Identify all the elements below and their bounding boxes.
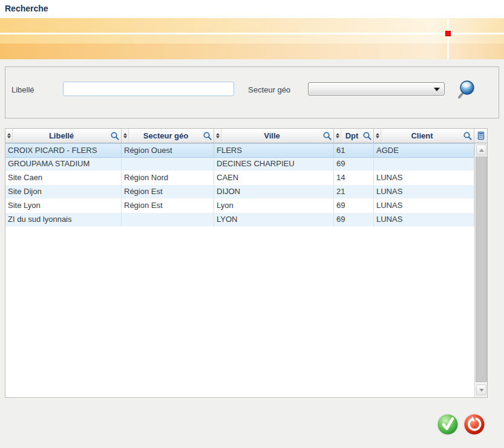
chevron-down-icon: [434, 88, 440, 91]
table-row[interactable]: Site Lyon Région Est Lyon 69 LUNAS: [5, 199, 487, 213]
cell-ville: DIJON: [214, 185, 334, 199]
cell-secteur: [122, 213, 214, 227]
cell-libelle: GROUPAMA STADIUM: [5, 157, 122, 171]
sort-icon[interactable]: [214, 129, 221, 143]
cell-ville: FLERS: [214, 144, 334, 158]
scrollbar-thumb[interactable]: [476, 157, 487, 382]
recherche-dialog: { "window": { "title": "Recherche" }, "f…: [0, 0, 504, 448]
check-icon: [436, 413, 459, 436]
banner: [0, 18, 504, 59]
scroll-up-button[interactable]: [476, 144, 486, 155]
triangle-down-icon: [479, 389, 484, 392]
column-title: Secteur géo: [129, 131, 203, 140]
cell-secteur: Région Est: [122, 199, 214, 213]
results-table: Libellé Secteur géo Ville Dpt: [5, 128, 488, 398]
cell-dpt: 14: [334, 171, 374, 185]
cell-libelle: Site Lyon: [5, 199, 122, 213]
scroll-down-button[interactable]: [476, 385, 486, 395]
table-row[interactable]: CROIX PICARD - FLERS Région Ouest FLERS …: [5, 143, 487, 157]
cell-dpt: 69: [334, 213, 374, 227]
cell-client: LUNAS: [374, 213, 474, 227]
cell-dpt: 21: [334, 185, 374, 199]
cell-client: AGDE: [374, 144, 474, 158]
vertical-scrollbar[interactable]: [474, 143, 487, 397]
table-body: CROIX PICARD - FLERS Région Ouest FLERS …: [5, 143, 487, 227]
sort-icon[interactable]: [5, 129, 13, 143]
banner-band-bottom: [0, 44, 504, 59]
column-filter-icon[interactable]: [463, 131, 473, 141]
sort-icon[interactable]: [122, 129, 129, 143]
cell-secteur: Région Nord: [122, 171, 214, 185]
table-grid-icon: [477, 131, 485, 141]
page-title: Recherche: [5, 4, 48, 13]
table-row[interactable]: GROUPAMA STADIUM DECINES CHARPIEU 69: [5, 157, 487, 171]
cell-libelle: ZI du sud lyonnais: [5, 213, 122, 227]
column-header-ville[interactable]: Ville: [214, 129, 334, 143]
column-header-secteur-geo[interactable]: Secteur géo: [122, 129, 214, 143]
cell-secteur: Région Ouest: [122, 144, 214, 158]
libelle-input[interactable]: [63, 82, 234, 96]
secteur-geo-select[interactable]: [308, 82, 445, 96]
validate-button[interactable]: [436, 413, 459, 436]
cell-client: [374, 157, 474, 171]
secteur-geo-label: Secteur géo: [248, 85, 290, 94]
banner-vertical-line: [447, 18, 449, 59]
cell-client: LUNAS: [374, 199, 474, 213]
cell-ville: DECINES CHARPIEU: [214, 157, 334, 171]
column-chooser-button[interactable]: [474, 129, 487, 143]
cell-ville: Lyon: [214, 199, 334, 213]
column-header-client[interactable]: Client: [374, 129, 474, 143]
triangle-up-icon: [479, 149, 484, 152]
column-title: Client: [381, 131, 463, 140]
cell-client: LUNAS: [374, 171, 474, 185]
cell-libelle: Site Caen: [5, 171, 122, 185]
column-title: Ville: [221, 131, 322, 140]
table-header-row: Libellé Secteur géo Ville Dpt: [5, 129, 487, 143]
sort-icon[interactable]: [374, 129, 381, 143]
cancel-button[interactable]: [463, 413, 486, 436]
cell-secteur: [122, 157, 214, 171]
cell-ville: CAEN: [214, 171, 334, 185]
cell-dpt: 61: [334, 144, 374, 158]
table-row[interactable]: ZI du sud lyonnais LYON 69 LUNAS: [5, 213, 487, 227]
cell-libelle: CROIX PICARD - FLERS: [5, 144, 122, 158]
cell-dpt: 69: [334, 157, 374, 171]
table-row[interactable]: Site Caen Région Nord CAEN 14 LUNAS: [5, 171, 487, 185]
column-header-dpt[interactable]: Dpt: [334, 129, 374, 143]
cell-secteur: Région Est: [122, 185, 214, 199]
banner-red-marker: [445, 31, 451, 36]
cell-dpt: 69: [334, 199, 374, 213]
column-filter-icon[interactable]: [203, 131, 212, 141]
banner-band-top: [0, 18, 504, 33]
undo-arrow-icon: [463, 413, 486, 436]
sort-icon[interactable]: [334, 129, 341, 143]
search-button[interactable]: [457, 79, 478, 101]
column-filter-icon[interactable]: [322, 131, 332, 141]
search-magnifier-icon: [457, 79, 478, 101]
column-title: Libellé: [13, 131, 110, 140]
cell-libelle: Site Dijon: [5, 185, 122, 199]
column-header-libelle[interactable]: Libellé: [5, 129, 122, 143]
column-filter-icon[interactable]: [110, 131, 120, 141]
banner-band-middle: [0, 34, 504, 44]
libelle-label: Libellé: [11, 85, 34, 94]
search-form-panel: Libellé Secteur géo: [5, 67, 499, 118]
cell-ville: LYON: [214, 213, 334, 227]
cell-client: LUNAS: [374, 185, 474, 199]
column-filter-icon[interactable]: [362, 131, 372, 141]
column-title: Dpt: [341, 131, 362, 140]
table-row[interactable]: Site Dijon Région Est DIJON 21 LUNAS: [5, 185, 487, 199]
